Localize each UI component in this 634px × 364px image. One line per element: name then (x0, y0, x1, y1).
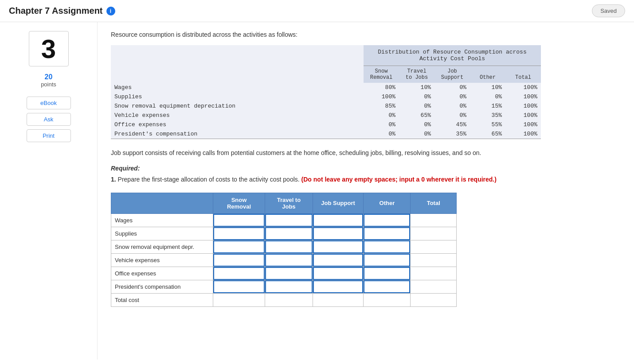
input-cell-snowequip-snow[interactable] (213, 240, 265, 253)
input-cell-supplies-other[interactable] (364, 227, 411, 240)
input-cell-supplies-job[interactable] (313, 227, 364, 240)
snowequip-other-input[interactable] (364, 240, 410, 253)
snowequip-total-input[interactable] (411, 240, 456, 253)
input-cell-president-job[interactable] (313, 280, 364, 293)
dist-row-vehicle: Vehicle expenses 0% 65% 0% 35% 100% (111, 111, 541, 120)
input-row-supplies: Supplies (111, 227, 457, 240)
print-button[interactable]: Print (27, 129, 71, 142)
supplies-snow-input[interactable] (213, 227, 265, 240)
vehicle-snow-input[interactable] (213, 254, 265, 267)
input-row-vehicle: Vehicle expenses (111, 253, 457, 267)
input-label-president: President's compensation (111, 280, 213, 293)
dist-row-president: President's compensation 0% 0% 35% 65% 1… (111, 129, 541, 139)
content-area: Resource consumption is distributed acro… (98, 22, 634, 360)
total-snow-input[interactable] (213, 294, 265, 306)
input-cell-president-snow[interactable] (213, 280, 265, 293)
office-job-input[interactable] (313, 267, 364, 280)
input-cell-vehicle-snow[interactable] (213, 253, 265, 267)
points-value: 20 (45, 73, 53, 81)
input-cell-office-total[interactable] (411, 267, 457, 280)
input-cell-vehicle-total[interactable] (411, 253, 457, 267)
total-job-input[interactable] (313, 294, 364, 306)
input-col-travel: Travel toJobs (265, 193, 313, 213)
input-cell-snowequip-job[interactable] (313, 240, 364, 253)
supplies-travel-input[interactable] (265, 227, 313, 240)
dist-table-title: Distribution of Resource Consumption acr… (364, 45, 541, 66)
input-cell-president-other[interactable] (364, 280, 411, 293)
input-cell-total-travel[interactable] (265, 293, 313, 306)
president-snow-input[interactable] (213, 280, 265, 293)
wages-other-input[interactable] (364, 214, 410, 227)
points-label: points (41, 81, 56, 88)
office-other-input[interactable] (364, 267, 410, 280)
input-cell-vehicle-job[interactable] (313, 253, 364, 267)
input-cell-office-job[interactable] (313, 267, 364, 280)
dist-row-snow-equip: Snow removal equipment depreciation 85% … (111, 101, 541, 111)
input-cell-wages-total[interactable] (411, 213, 457, 227)
president-travel-input[interactable] (265, 280, 313, 293)
total-other-input[interactable] (364, 294, 410, 306)
office-travel-input[interactable] (265, 267, 313, 280)
input-table-header-row: SnowRemoval Travel toJobs Job Support Ot… (111, 193, 457, 213)
vehicle-other-input[interactable] (364, 254, 410, 267)
input-cell-vehicle-other[interactable] (364, 253, 411, 267)
supplies-total-input[interactable] (411, 227, 456, 240)
input-cell-office-snow[interactable] (213, 267, 265, 280)
input-cell-snowequip-total[interactable] (411, 240, 457, 253)
input-cell-snowequip-travel[interactable] (265, 240, 313, 253)
wages-total-input[interactable] (411, 214, 456, 227)
input-label-office: Office expenses (111, 267, 213, 280)
vehicle-travel-input[interactable] (265, 254, 313, 267)
input-cell-supplies-snow[interactable] (213, 227, 265, 240)
input-cell-total-total[interactable] (411, 293, 457, 306)
wages-job-input[interactable] (313, 214, 364, 227)
snowequip-travel-input[interactable] (265, 240, 313, 253)
input-cell-wages-snow[interactable] (213, 213, 265, 227)
input-col-total: Total (411, 193, 457, 213)
input-cell-snowequip-other[interactable] (364, 240, 411, 253)
total-total-input[interactable] (411, 294, 456, 306)
wages-travel-input[interactable] (265, 214, 313, 227)
ask-button[interactable]: Ask (27, 113, 71, 126)
vehicle-total-input[interactable] (411, 254, 456, 267)
input-cell-vehicle-travel[interactable] (265, 253, 313, 267)
col-snow-removal: SnowRemoval (364, 66, 399, 83)
input-cell-wages-travel[interactable] (265, 213, 313, 227)
total-travel-input[interactable] (265, 294, 313, 306)
ebook-button[interactable]: eBook (27, 97, 71, 109)
snowequip-snow-input[interactable] (213, 240, 265, 253)
input-cell-total-other[interactable] (364, 293, 411, 306)
input-cell-president-total[interactable] (411, 280, 457, 293)
vehicle-job-input[interactable] (313, 254, 364, 267)
supplies-job-input[interactable] (313, 227, 364, 240)
header: Chapter 7 Assignment i Saved (0, 0, 634, 22)
input-col-job-support: Job Support (313, 193, 364, 213)
distribution-table: Distribution of Resource Consumption acr… (111, 45, 541, 139)
president-other-input[interactable] (364, 280, 410, 293)
input-cell-president-travel[interactable] (265, 280, 313, 293)
input-label-snow-equip: Snow removal equipment depr. (111, 240, 213, 253)
president-job-input[interactable] (313, 280, 364, 293)
input-cell-wages-other[interactable] (364, 213, 411, 227)
snowequip-job-input[interactable] (313, 240, 364, 253)
input-cell-wages-job[interactable] (313, 213, 364, 227)
input-table: SnowRemoval Travel toJobs Job Support Ot… (111, 193, 457, 307)
president-total-input[interactable] (411, 280, 456, 293)
office-total-input[interactable] (411, 267, 456, 280)
office-snow-input[interactable] (213, 267, 265, 280)
wages-snow-input[interactable] (213, 214, 265, 227)
paragraph-text: Job support consists of receiving calls … (111, 148, 621, 158)
info-icon[interactable]: i (106, 7, 115, 15)
input-label-supplies: Supplies (111, 227, 213, 240)
input-cell-total-job[interactable] (313, 293, 364, 306)
input-cell-supplies-total[interactable] (411, 227, 457, 240)
col-total: Total (505, 66, 541, 83)
input-cell-total-snow[interactable] (213, 293, 265, 306)
supplies-other-input[interactable] (364, 227, 410, 240)
saved-button[interactable]: Saved (592, 4, 625, 17)
input-cell-office-travel[interactable] (265, 267, 313, 280)
input-cell-office-other[interactable] (364, 267, 411, 280)
dist-row-office: Office expenses 0% 0% 45% 55% 100% (111, 120, 541, 129)
input-cell-supplies-travel[interactable] (265, 227, 313, 240)
question-number: 3 (41, 34, 56, 64)
